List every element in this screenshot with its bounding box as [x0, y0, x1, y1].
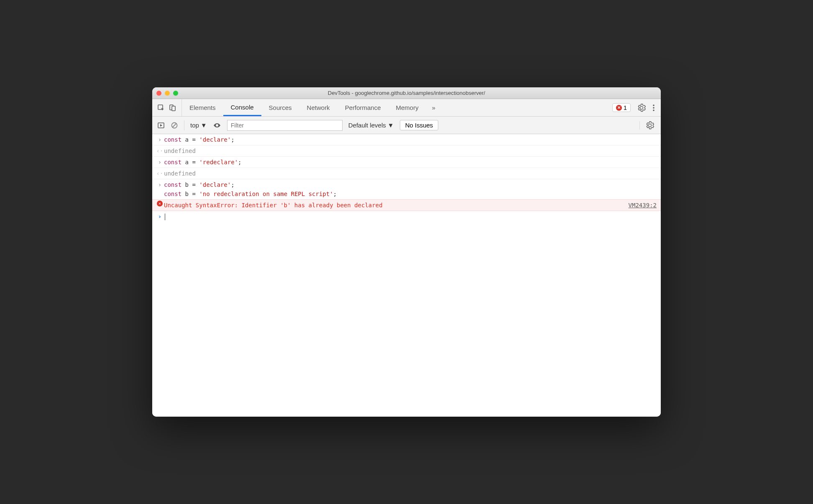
dropdown-caret-icon: ▼	[201, 122, 207, 129]
tab-console[interactable]: Console	[223, 99, 261, 116]
input-chevron-icon: ›	[156, 180, 164, 199]
console-result: undefined	[164, 146, 657, 155]
toolbar-right	[639, 121, 656, 130]
console-result-row: ‹·undefined	[152, 168, 661, 179]
console-settings-icon[interactable]	[646, 121, 654, 130]
sidebar-toggle-icon[interactable]	[157, 122, 165, 129]
live-expression-icon[interactable]	[213, 121, 221, 130]
minimize-button[interactable]	[165, 91, 170, 96]
console-toolbar: top ▼ Default levels ▼ No Issues	[152, 117, 661, 134]
settings-icon[interactable]	[637, 104, 646, 112]
tabstrip-right: ✕ 1	[612, 99, 661, 116]
tab-elements[interactable]: Elements	[182, 99, 223, 116]
context-selector[interactable]: top ▼	[190, 122, 207, 129]
error-icon: ✕	[616, 105, 622, 111]
tabstrip-tools	[152, 99, 182, 116]
dropdown-caret-icon: ▼	[388, 122, 394, 129]
console-code: const a = 'declare';	[164, 135, 657, 144]
main-tabstrip: Elements Console Sources Network Perform…	[152, 99, 661, 117]
console-output[interactable]: ›const a = 'declare';‹·undefined›const a…	[152, 134, 661, 417]
input-chevron-icon: ›	[156, 135, 164, 144]
tab-performance[interactable]: Performance	[337, 99, 389, 116]
tab-network[interactable]: Network	[299, 99, 337, 116]
console-prompt-row[interactable]: ›	[152, 211, 661, 222]
titlebar: DevTools - googlechrome.github.io/sample…	[152, 87, 661, 99]
source-link[interactable]: VM2439:2	[620, 201, 657, 210]
separator	[184, 120, 184, 130]
error-count: 1	[624, 104, 627, 111]
console-input-row: ›const a = 'declare';	[152, 134, 661, 145]
console-result: undefined	[164, 169, 657, 178]
console-code: const b = 'declare'; const b = 'no redec…	[164, 180, 657, 199]
clear-console-icon[interactable]	[171, 122, 178, 129]
svg-rect-2	[172, 106, 175, 111]
devtools-window: DevTools - googlechrome.github.io/sample…	[152, 87, 661, 417]
svg-point-5	[653, 109, 654, 111]
console-input-row: ›const a = 'redeclare';	[152, 157, 661, 168]
tab-memory[interactable]: Memory	[389, 99, 426, 116]
log-level-value: Default levels	[348, 122, 386, 129]
error-count-badge[interactable]: ✕ 1	[612, 103, 631, 112]
window-controls	[156, 91, 178, 96]
issues-button[interactable]: No Issues	[400, 120, 439, 130]
log-level-selector[interactable]: Default levels ▼	[348, 122, 394, 129]
error-icon: ✕	[156, 201, 164, 210]
console-error-row: ✕Uncaught SyntaxError: Identifier 'b' ha…	[152, 199, 661, 211]
device-toggle-icon[interactable]	[169, 104, 176, 112]
console-prompt-input[interactable]	[164, 212, 657, 221]
window-title: DevTools - googlechrome.github.io/sample…	[152, 90, 661, 96]
context-value: top	[190, 122, 199, 129]
tab-sources[interactable]: Sources	[261, 99, 299, 116]
svg-point-3	[653, 104, 654, 106]
close-button[interactable]	[156, 91, 161, 96]
console-code: const a = 'redeclare';	[164, 158, 657, 167]
filter-input[interactable]	[227, 120, 343, 131]
maximize-button[interactable]	[173, 91, 178, 96]
toolbar-left: top ▼	[157, 120, 221, 130]
result-chevron-icon: ‹·	[156, 169, 164, 178]
inspect-icon[interactable]	[157, 104, 165, 112]
tabs-overflow-button[interactable]: »	[426, 99, 441, 116]
svg-line-8	[173, 123, 176, 127]
input-chevron-icon: ›	[156, 158, 164, 167]
prompt-chevron-icon: ›	[156, 212, 164, 221]
result-chevron-icon: ‹·	[156, 146, 164, 155]
svg-point-4	[653, 107, 654, 109]
more-icon[interactable]	[652, 104, 655, 112]
console-input-row: ›const b = 'declare'; const b = 'no rede…	[152, 179, 661, 199]
console-result-row: ‹·undefined	[152, 145, 661, 157]
error-message: Uncaught SyntaxError: Identifier 'b' has…	[164, 201, 620, 210]
